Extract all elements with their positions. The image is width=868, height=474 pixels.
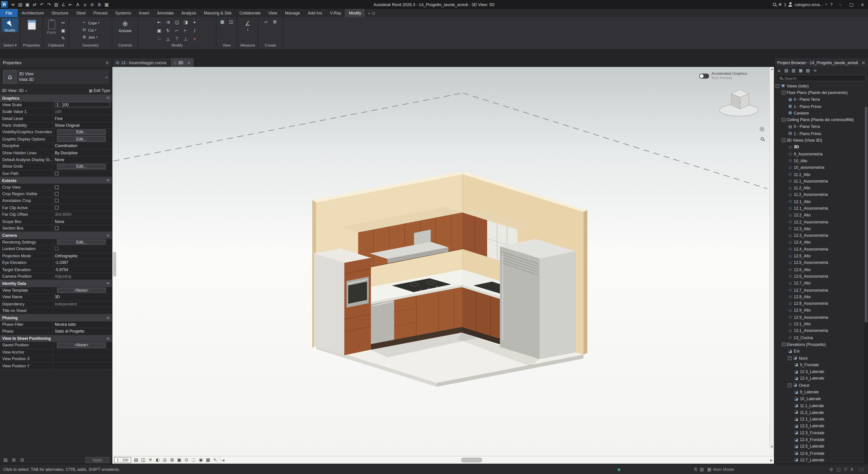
press-drag-icon[interactable]: ▢ <box>836 467 841 472</box>
properties-expand-icon[interactable]: ⊞ <box>11 456 17 463</box>
property-checkbox[interactable] <box>55 199 59 203</box>
scroll-right-icon[interactable]: ▶ <box>770 456 773 464</box>
create-group-icon[interactable]: ▱ <box>262 18 270 26</box>
mirror-draw-axis-icon[interactable]: ◨ <box>182 19 189 26</box>
property-value[interactable]: Stato di Progetto <box>53 328 112 335</box>
copy-to-clipboard-icon[interactable]: ▣ <box>59 27 67 34</box>
section-header-identity-data[interactable]: Identity Data≡ <box>0 280 112 287</box>
property-value[interactable]: 3D <box>53 294 112 300</box>
trim-extend-single-icon[interactable]: ⊢ <box>182 27 189 34</box>
property-value[interactable] <box>53 170 112 177</box>
main-model-dropdown[interactable]: ▦ Main Model <box>707 467 734 472</box>
editable-only-icon[interactable]: ⊘ <box>829 467 833 472</box>
property-value[interactable]: Fine <box>53 115 112 122</box>
tree-item-12-7-laterale[interactable]: ◪12.7_Laterale <box>774 456 868 463</box>
unpin-icon[interactable]: ⊥ <box>182 35 189 43</box>
view-tab-assemblaggio[interactable]: ▤ 13 - Assemblaggio cucina <box>112 58 170 67</box>
3d-viewport[interactable]: Accelerated Graphics Tech Preview ◎ ▲ <box>112 67 774 456</box>
reveal-hidden-elements-icon[interactable]: ◉ <box>197 457 204 463</box>
property-value[interactable]: -5.8754 <box>53 266 112 273</box>
offset-icon[interactable]: ⇉ <box>164 19 172 26</box>
property-value[interactable]: -1.0397 <box>53 260 112 266</box>
property-value[interactable] <box>53 356 112 362</box>
property-input[interactable]: 1 : 100 <box>55 102 110 107</box>
ribbon-tab-manage[interactable]: Manage <box>281 9 304 17</box>
delete-icon[interactable]: × <box>191 35 198 43</box>
property-value[interactable]: <None> <box>53 287 112 293</box>
worksharing-status-icon[interactable]: ◆ <box>617 467 621 472</box>
copy-icon[interactable]: ▣ <box>155 27 163 34</box>
filter-icon[interactable]: ▽ <box>844 467 847 472</box>
ribbon-tab-analyze[interactable]: Analyze <box>178 9 200 17</box>
section-icon[interactable]: ⊘ <box>89 1 96 8</box>
tree-expander-icon[interactable]: − <box>782 91 785 94</box>
crop-region-icon[interactable]: ▣ <box>176 457 182 463</box>
notification-icon[interactable]: ◉ <box>778 2 782 7</box>
accelerated-graphics-toggle[interactable]: Accelerated Graphics Tech Preview <box>699 71 747 81</box>
property-edit-button[interactable]: Edit... <box>57 129 106 135</box>
view-selector[interactable]: 3D View: 3D <box>2 88 24 93</box>
tree-item-9-assonometria[interactable]: ◇9_Assonometria <box>774 151 868 157</box>
tree-item-12-6-assonometria[interactable]: ◇12.6_Assonometria <box>774 273 868 280</box>
tree-item-0-piano-terra[interactable]: ▤0 - Piano Terra <box>774 123 868 130</box>
print-icon[interactable]: ▥ <box>53 1 60 8</box>
tree-item-12-5-assonometria[interactable]: ◇12.5_Assonometria <box>774 259 868 266</box>
view-selector-caret-icon[interactable]: ▾ <box>25 89 27 92</box>
tree-item-11-1-assonometria[interactable]: ◇11.1_Assonometria <box>774 178 868 185</box>
tree-item-1-piano-primo[interactable]: ▦1 - Piano Primo <box>774 103 868 109</box>
browser-sheets-icon[interactable]: ▥ <box>790 68 797 74</box>
tree-item-3d-views-vista-3d-[interactable]: −3D Views (Vista 3D) <box>774 137 868 144</box>
property-value[interactable]: By Discipline <box>53 150 112 156</box>
vertical-scroll-thumb[interactable] <box>113 252 116 277</box>
property-value[interactable]: Edit... <box>53 129 112 135</box>
tree-item-11-2-alto[interactable]: ◇11.2_Alto <box>774 185 868 191</box>
property-value[interactable] <box>53 362 112 369</box>
ribbon-tab-steel[interactable]: Steel <box>72 9 90 17</box>
type-selector-caret-icon[interactable]: ▾ <box>106 75 108 79</box>
sync-with-central-icon[interactable]: ⇄ <box>31 1 38 8</box>
tree-item-12-3-frontale[interactable]: ◪12.3_Frontale <box>774 430 868 436</box>
property-checkbox[interactable] <box>55 185 59 189</box>
properties-toggle-button[interactable] <box>23 18 40 30</box>
measure-button[interactable]: ∠ ▾ <box>239 18 256 32</box>
close-button[interactable]: × <box>858 0 867 8</box>
properties-pin-icon[interactable]: ⊟ <box>19 456 25 463</box>
tree-item-11-1-alto[interactable]: ◇11.1_Alto <box>774 171 868 178</box>
browser-scrollbar[interactable] <box>864 107 868 464</box>
trim-extend-corner-icon[interactable]: ⌐ <box>173 27 181 34</box>
create-similar-icon[interactable]: ⊞ <box>271 18 279 26</box>
ribbon-options-caret-icon[interactable]: ▾ <box>368 11 370 15</box>
match-type-properties-icon[interactable]: ✎ <box>59 35 67 42</box>
horizontal-scroll-thumb[interactable] <box>461 457 482 463</box>
tree-expander-icon[interactable]: − <box>782 118 785 122</box>
tree-item-nord[interactable]: −◪Nord <box>774 354 868 361</box>
view-tab-3d[interactable]: ◇ 3D × <box>170 58 194 67</box>
move-icon[interactable]: + <box>191 19 198 26</box>
split-element-icon[interactable]: ∕ <box>191 27 198 34</box>
tree-item-12-2-alto[interactable]: ◇12.2_Alto <box>774 212 868 219</box>
tree-item-elevations-prospetto-[interactable]: −Elevations (Prospetto) <box>774 341 868 348</box>
property-value[interactable]: Mostra tutto <box>53 321 112 328</box>
property-value[interactable]: Show Original <box>53 122 112 129</box>
tree-item-11-1-laterale[interactable]: ◪11.1_Laterale <box>774 402 868 409</box>
ribbon-tab-architecture[interactable]: Architecture <box>18 9 48 17</box>
ribbon-tab-add-ins[interactable]: Add-Ins <box>304 9 326 17</box>
tree-item-12-4-alto[interactable]: ◇12.4_Alto <box>774 239 868 246</box>
tree-item-12-3-laterale[interactable]: ◪12.3_Laterale <box>774 368 868 375</box>
rotate-icon[interactable]: ↻ <box>164 27 172 34</box>
open-icon[interactable]: ▤ <box>17 1 24 8</box>
section-header-extents[interactable]: Extents≡ <box>0 177 112 184</box>
section-header-camera[interactable]: Camera≡ <box>0 232 112 239</box>
text-note-icon[interactable]: A <box>74 1 81 8</box>
temporary-view-properties-icon[interactable]: ▦ <box>205 457 211 463</box>
tree-item-10-assonometria[interactable]: ◇10_assonometria <box>774 164 868 171</box>
properties-filter-icon[interactable]: ▤ <box>2 456 9 463</box>
cut-geometry-button[interactable]: ⊟Cut▾ <box>82 27 100 33</box>
tree-item-12-5-laterale[interactable]: ◪12.5_Laterale <box>774 443 868 450</box>
redo-icon[interactable]: ↷ <box>45 1 53 8</box>
join-geometry-button[interactable]: ⊞Join▾ <box>82 34 100 40</box>
tree-item-12-9-assonometria[interactable]: ◇12.9_Assonometria <box>774 314 868 321</box>
property-checkbox[interactable] <box>55 226 59 230</box>
crop-view-icon[interactable]: ⊞ <box>168 457 175 463</box>
undo-icon[interactable]: ↶ <box>38 1 45 8</box>
